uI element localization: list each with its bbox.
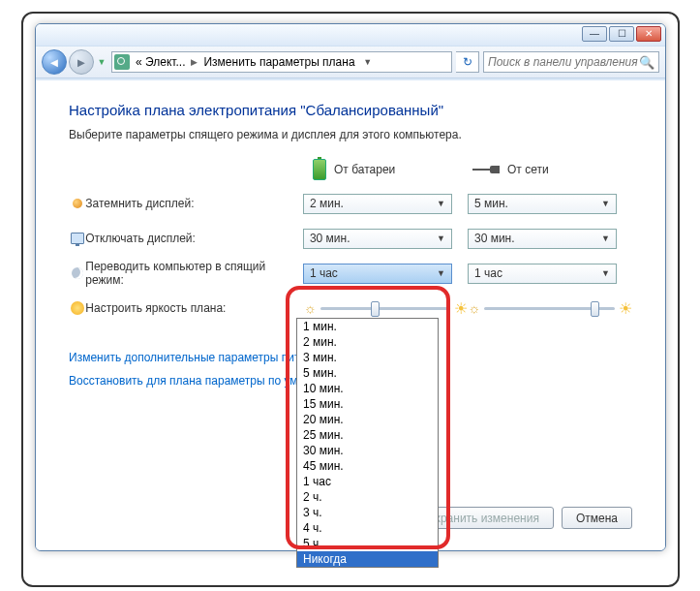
dim-battery-select[interactable]: 2 мин.▼ — [303, 194, 452, 214]
search-icon[interactable]: 🔍 — [639, 55, 654, 70]
dropdown-option[interactable]: 5 мин. — [297, 365, 438, 381]
dropdown-option[interactable]: 2 ч. — [297, 489, 438, 505]
brightness-label: Настроить яркость плана: — [85, 301, 304, 315]
nav-forward-button[interactable]: ► — [69, 49, 94, 75]
dropdown-option[interactable]: 25 мин. — [297, 427, 438, 443]
moon-icon — [72, 267, 83, 279]
brightness-plugged-slider[interactable] — [484, 307, 615, 310]
sun-icon — [71, 301, 84, 315]
breadcrumb-seg1[interactable]: « Элект... — [132, 55, 189, 69]
chevron-down-icon: ▼ — [601, 268, 610, 278]
sun-bright-icon: ☀ — [619, 299, 632, 318]
slider-thumb[interactable] — [591, 301, 599, 317]
control-panel-icon — [114, 54, 130, 70]
sun-dim-icon: ☼ — [468, 300, 480, 316]
dim-plugged-select[interactable]: 5 мин.▼ — [468, 194, 617, 214]
sun-bright-icon: ☀ — [454, 299, 468, 318]
close-button[interactable]: ✕ — [636, 26, 661, 42]
sleep-plugged-select[interactable]: 1 час▼ — [468, 264, 617, 284]
nav-back-button[interactable]: ◄ — [42, 49, 67, 75]
cancel-button[interactable]: Отмена — [562, 507, 632, 529]
breadcrumb-arrow-icon[interactable]: ▶ — [189, 57, 199, 67]
dropdown-option[interactable]: 10 мин. — [297, 381, 438, 396]
battery-icon — [313, 159, 326, 180]
dropdown-option[interactable]: Никогда — [297, 551, 438, 567]
breadcrumb-seg2[interactable]: Изменить параметры плана — [199, 55, 358, 69]
titlebar: — ☐ ✕ — [36, 24, 665, 46]
monitor-icon — [71, 233, 84, 244]
address-dropdown-icon[interactable]: ▼ — [359, 57, 377, 67]
navbar: ◄ ► ▼ « Элект... ▶ Изменить параметры пл… — [36, 46, 665, 78]
col-header-plugged: От сети — [507, 163, 549, 176]
maximize-button[interactable]: ☐ — [609, 26, 634, 42]
page-subtitle: Выберите параметры спящего режима и дисп… — [69, 128, 632, 141]
refresh-button[interactable]: ↻ — [456, 51, 479, 73]
chevron-down-icon: ▼ — [437, 268, 445, 278]
dropdown-option[interactable]: 20 мин. — [297, 412, 438, 427]
chevron-down-icon: ▼ — [601, 199, 610, 208]
search-input[interactable] — [488, 55, 639, 69]
dropdown-option[interactable]: 3 мин. — [297, 350, 438, 365]
sleep-battery-select[interactable]: 1 час▼ — [303, 264, 452, 284]
slider-thumb[interactable] — [371, 301, 380, 317]
sleep-label: Переводить компьютер в спящий режим: — [85, 260, 303, 287]
minimize-button[interactable]: — — [582, 26, 607, 42]
off-label: Отключать дисплей: — [85, 232, 303, 245]
dropdown-option[interactable]: 30 мин. — [297, 443, 438, 458]
chevron-down-icon: ▼ — [437, 233, 445, 243]
brightness-battery-slider[interactable] — [320, 307, 451, 310]
off-plugged-select[interactable]: 30 мин.▼ — [468, 229, 617, 249]
off-battery-select[interactable]: 30 мин.▼ — [303, 229, 452, 249]
dropdown-option[interactable]: 3 ч. — [297, 505, 438, 520]
col-header-battery: От батареи — [334, 163, 395, 176]
chevron-down-icon: ▼ — [437, 199, 445, 208]
chevron-down-icon: ▼ — [601, 233, 610, 243]
dim-icon — [73, 199, 82, 208]
dropdown-option[interactable]: 1 час — [297, 474, 438, 489]
dropdown-option[interactable]: 4 ч. — [297, 520, 438, 536]
column-headers: От батареи От сети — [313, 159, 632, 180]
page-title: Настройка плана электропитания "Сбаланси… — [69, 102, 632, 118]
search-box[interactable]: 🔍 — [483, 51, 659, 73]
dropdown-option[interactable]: 15 мин. — [297, 396, 438, 412]
address-bar[interactable]: « Элект... ▶ Изменить параметры плана ▼ — [111, 51, 452, 73]
sleep-battery-dropdown-list[interactable]: 1 мин.2 мин.3 мин.5 мин.10 мин.15 мин.20… — [296, 318, 439, 568]
sun-dim-icon: ☼ — [304, 300, 317, 316]
nav-history-dropdown[interactable]: ▼ — [96, 51, 107, 73]
dim-label: Затемнить дисплей: — [85, 197, 303, 210]
dropdown-option[interactable]: 1 мин. — [297, 319, 438, 334]
dropdown-option[interactable]: 2 мин. — [297, 334, 438, 350]
dropdown-option[interactable]: 45 мин. — [297, 458, 438, 474]
plug-icon — [472, 164, 500, 175]
dropdown-option[interactable]: 5 ч. — [297, 536, 438, 551]
